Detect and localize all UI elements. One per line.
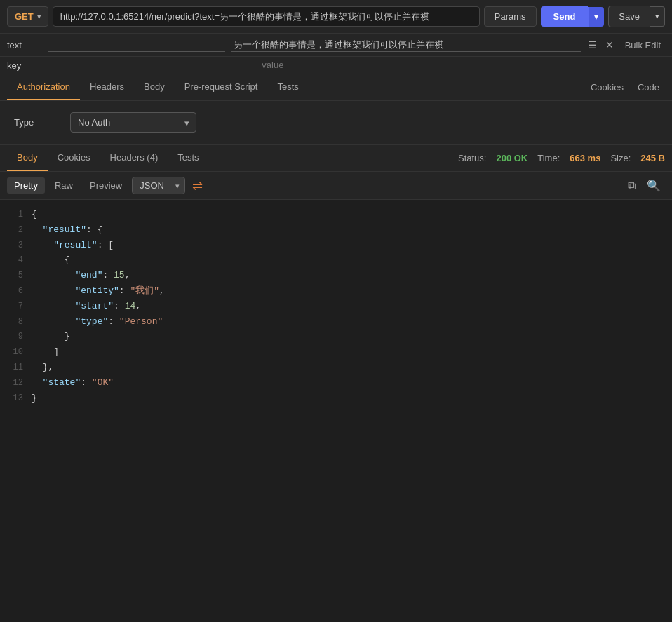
- resp-tab-headers[interactable]: Headers (4): [100, 145, 168, 171]
- param-value2-input[interactable]: [259, 58, 665, 72]
- status-label: Status:: [458, 153, 486, 163]
- time-label: Time:: [537, 153, 560, 163]
- response-toolbar: Pretty Raw Preview JSON XML HTML Text ⇌ …: [0, 172, 672, 200]
- param-key-input[interactable]: [48, 38, 225, 52]
- line-content-8: "type": "Person": [32, 314, 163, 329]
- params-button[interactable]: Params: [484, 6, 537, 27]
- auth-row: Type No Auth API Key Bearer Token Basic …: [14, 112, 658, 133]
- line-num-9: 9: [0, 330, 32, 344]
- auth-type-label: Type: [14, 117, 56, 128]
- line-num-1: 1: [0, 208, 32, 222]
- method-chevron-icon: ▾: [37, 13, 41, 20]
- auth-type-select[interactable]: No Auth API Key Bearer Token Basic Auth …: [70, 112, 196, 133]
- params-row: text ☰ ✕ Bulk Edit: [0, 34, 672, 57]
- code-line-7: 7 "start": 14,: [0, 299, 672, 314]
- line-num-12: 12: [0, 377, 32, 391]
- line-num-11: 11: [0, 361, 32, 375]
- size-label: Size:: [610, 153, 631, 163]
- save-group: Save ▾: [608, 6, 665, 27]
- code-line-12: 12 "state": "OK": [0, 375, 672, 391]
- auth-section: Type No Auth API Key Bearer Token Basic …: [0, 101, 672, 144]
- code-line-13: 13 }: [0, 391, 672, 406]
- line-content-10: ]: [32, 344, 59, 359]
- request-tabs: Authorization Headers Body Pre-request S…: [0, 74, 672, 101]
- view-raw-button[interactable]: Raw: [48, 177, 80, 194]
- code-line-9: 9 }: [0, 329, 672, 344]
- code-line-4: 4 {: [0, 252, 672, 268]
- bulk-edit-button[interactable]: Bulk Edit: [621, 39, 665, 52]
- resp-tab-body[interactable]: Body: [7, 145, 48, 171]
- line-num-6: 6: [0, 285, 32, 299]
- line-num-5: 5: [0, 269, 32, 283]
- code-line-10: 10 ]: [0, 344, 672, 360]
- line-num-8: 8: [0, 316, 32, 330]
- save-button[interactable]: Save: [608, 6, 650, 27]
- line-content-12: "state": "OK": [32, 375, 114, 390]
- param-close-icon[interactable]: ✕: [604, 38, 615, 52]
- resp-tab-tests[interactable]: Tests: [168, 145, 208, 171]
- save-dropdown-button[interactable]: ▾: [650, 6, 665, 27]
- send-dropdown-button[interactable]: ▾: [588, 7, 604, 27]
- line-content-9: }: [32, 329, 70, 344]
- line-content-1: {: [32, 207, 37, 222]
- view-preview-button[interactable]: Preview: [83, 177, 129, 194]
- filter-icon[interactable]: ⇌: [188, 177, 207, 195]
- code-line-5: 5 "end": 15,: [0, 268, 672, 283]
- response-meta: Status: 200 OK Time: 663 ms Size: 245 B: [458, 153, 665, 163]
- line-content-11: },: [32, 360, 53, 374]
- param-key2-input[interactable]: [48, 58, 253, 72]
- line-content-6: "entity": "我们",: [32, 283, 165, 298]
- code-line-1: 1 {: [0, 207, 672, 222]
- response-code-area: 1 { 2 "result": { 3 "result": [ 4 { 5 "e…: [0, 200, 672, 494]
- tab-pre-request-script[interactable]: Pre-request Script: [175, 74, 268, 100]
- line-content-2: "result": {: [32, 222, 102, 237]
- size-value: 245 B: [640, 153, 665, 163]
- param-key2-label: key: [7, 60, 42, 71]
- tab-headers[interactable]: Headers: [80, 74, 134, 100]
- url-input[interactable]: [53, 6, 480, 27]
- format-select-wrapper: JSON XML HTML Text: [132, 177, 185, 194]
- method-label: GET: [15, 11, 34, 22]
- top-bar: GET ▾ Params Send ▾ Save ▾: [0, 0, 672, 34]
- auth-select-wrapper: No Auth API Key Bearer Token Basic Auth …: [70, 112, 196, 133]
- resp-tab-cookies[interactable]: Cookies: [48, 145, 100, 171]
- code-line-2: 2 "result": {: [0, 222, 672, 238]
- line-num-7: 7: [0, 300, 32, 314]
- line-content-3: "result": [: [32, 238, 114, 252]
- line-num-10: 10: [0, 346, 32, 360]
- method-button[interactable]: GET ▾: [7, 6, 48, 27]
- tab-body[interactable]: Body: [134, 74, 175, 100]
- tab-tests[interactable]: Tests: [267, 74, 308, 100]
- format-select[interactable]: JSON XML HTML Text: [132, 177, 185, 194]
- copy-icon[interactable]: ⧉: [624, 176, 640, 195]
- line-content-4: {: [32, 252, 70, 267]
- view-pretty-button[interactable]: Pretty: [7, 177, 45, 194]
- line-content-7: "start": 14,: [32, 299, 141, 313]
- param-icons: ☰ ✕: [586, 38, 615, 52]
- params-row-2: key: [0, 57, 672, 74]
- cookies-link[interactable]: Cookies: [585, 75, 629, 100]
- req-tab-right-links: Cookies Code: [585, 75, 665, 100]
- param-value-input[interactable]: [231, 38, 580, 52]
- line-num-3: 3: [0, 239, 32, 253]
- param-key-label: text: [7, 40, 42, 50]
- search-icon[interactable]: 🔍: [643, 176, 665, 195]
- line-num-13: 13: [0, 392, 32, 406]
- code-link[interactable]: Code: [632, 75, 665, 100]
- status-value: 200 OK: [496, 153, 527, 163]
- code-line-3: 3 "result": [: [0, 238, 672, 253]
- tab-authorization[interactable]: Authorization: [7, 74, 80, 100]
- code-line-6: 6 "entity": "我们",: [0, 283, 672, 299]
- time-value: 663 ms: [570, 153, 600, 163]
- line-content-5: "end": 15,: [32, 268, 130, 283]
- send-group: Send ▾: [541, 6, 605, 27]
- line-num-2: 2: [0, 224, 32, 238]
- resp-right-icons: ⧉ 🔍: [624, 176, 665, 195]
- code-line-8: 8 "type": "Person": [0, 314, 672, 330]
- line-num-4: 4: [0, 254, 32, 268]
- send-button[interactable]: Send: [541, 6, 589, 27]
- response-tabs-bar: Body Cookies Headers (4) Tests Status: 2…: [0, 145, 672, 172]
- line-content-13: }: [32, 391, 37, 405]
- code-line-11: 11 },: [0, 360, 672, 375]
- param-menu-icon[interactable]: ☰: [586, 38, 598, 52]
